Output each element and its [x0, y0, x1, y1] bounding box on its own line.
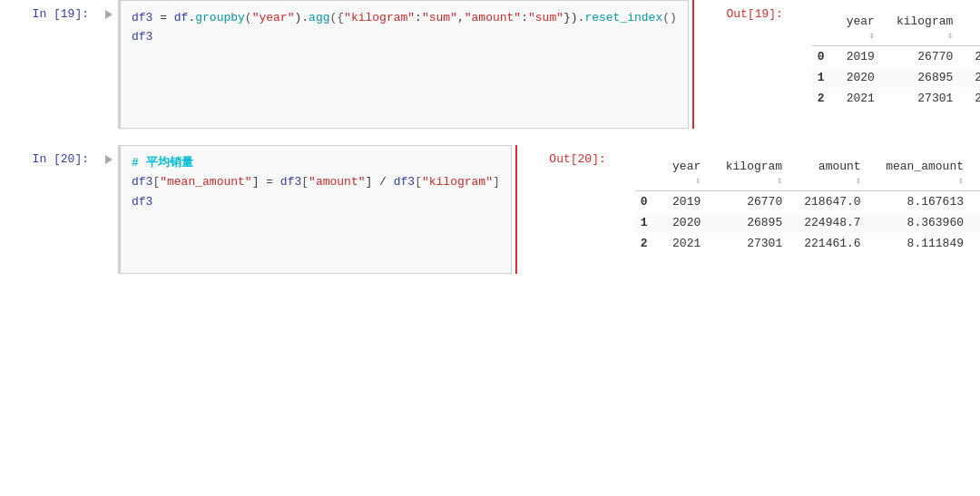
cell-cell19: In [19]:df3 = df.groupby("year").agg({"k… [0, 0, 980, 129]
code-token: , [457, 11, 465, 24]
table-cell: 8.167613 [877, 191, 980, 213]
input-label-cell20: In [20]: [0, 145, 100, 274]
code-token: df [174, 11, 189, 24]
code-token: ({ [329, 11, 344, 24]
sort-icon[interactable]: ⇕ [947, 31, 953, 41]
table-row: 2202127301221461.68.111849 [635, 233, 980, 254]
code-token: df3 [132, 11, 152, 24]
output-label-cell20: Out[20]: [517, 145, 617, 173]
table-cell: 26895 [891, 67, 969, 88]
code-token: "sum" [422, 11, 457, 24]
table-row: 1202026895224948.7 [812, 67, 980, 88]
table-header[interactable]: amount ⇕ [799, 156, 877, 191]
table-cell: 221461.6 [969, 88, 980, 109]
code-token: groupby [195, 11, 245, 24]
table-cell: 2021 [841, 88, 891, 109]
table-cell: 224948.7 [799, 212, 877, 233]
table-cell: 224948.7 [969, 67, 980, 88]
table-row: 2202127301221461.6 [812, 88, 980, 109]
code-token: "kilogram" [422, 175, 493, 189]
table-cell: 2020 [841, 67, 891, 88]
code-token: "year" [252, 11, 295, 24]
cell-divider [0, 129, 980, 145]
table-cell: 0 [812, 46, 841, 68]
cell-cell20: In [20]:# 平均销量df3["mean_amount"] = df3["… [0, 145, 980, 274]
input-label-cell19: In [19]: [0, 0, 100, 129]
table-cell: 2 [635, 233, 664, 254]
code-token: = [152, 11, 173, 24]
code-token: reset_index [584, 11, 662, 24]
output-content: year ⇕kilogram ⇕amount ⇕mean_amount ⇕020… [617, 145, 980, 274]
code-token: : [521, 11, 528, 24]
code-token: df3 [280, 175, 301, 189]
code-token: "amount" [465, 11, 521, 24]
output-content: year ⇕kilogram ⇕amount ⇕0201926770218647… [794, 0, 980, 129]
table-header[interactable] [812, 11, 841, 46]
code-input-area[interactable]: # 平均销量df3["mean_amount"] = df3["amount"]… [118, 145, 512, 274]
table-header[interactable]: year ⇕ [664, 156, 718, 191]
code-input-area[interactable]: df3 = df.groupby("year").agg({"kilogram"… [118, 0, 689, 129]
table-header[interactable]: mean_amount ⇕ [877, 156, 980, 191]
sort-icon[interactable]: ⇕ [777, 176, 782, 186]
code-token: "kilogram" [344, 11, 415, 24]
table-cell: 2021 [664, 233, 718, 254]
dataframe-table: year ⇕kilogram ⇕amount ⇕0201926770218647… [812, 11, 980, 109]
table-cell: 26895 [717, 212, 799, 233]
table-cell: 2019 [841, 46, 891, 68]
table-header[interactable] [635, 156, 664, 191]
code-token: df3 [132, 30, 152, 44]
code-token: () [662, 11, 677, 24]
table-cell: 2020 [664, 212, 718, 233]
table-cell: 2019 [664, 191, 718, 213]
sort-icon[interactable]: ⇕ [856, 176, 861, 186]
table-row: 0201926770218647.0 [812, 46, 980, 68]
code-token: # 平均销量 [132, 156, 193, 170]
code-token: df3 [132, 195, 152, 209]
table-cell: 221461.6 [799, 233, 877, 254]
code-token: ( [245, 11, 252, 24]
sort-icon[interactable]: ⇕ [869, 31, 875, 41]
table-cell: 27301 [717, 233, 799, 254]
sort-icon[interactable]: ⇕ [958, 176, 964, 186]
code-token: agg [309, 11, 329, 24]
table-header[interactable]: kilogram ⇕ [891, 11, 969, 46]
code-token: "mean_amount" [160, 175, 251, 189]
table-row: 1202026895224948.78.363960 [635, 212, 980, 233]
table-cell: 2 [812, 88, 841, 109]
dataframe-table: year ⇕kilogram ⇕amount ⇕mean_amount ⇕020… [635, 156, 980, 254]
table-cell: 218647.0 [969, 46, 980, 68]
code-token: ). [294, 11, 309, 24]
output-label-cell19: Out[19]: [694, 0, 794, 28]
table-cell: 26770 [891, 46, 969, 68]
code-token: "amount" [309, 175, 365, 189]
code-token: df3 [132, 175, 152, 189]
code-token: [ [415, 175, 422, 189]
toggle-button[interactable] [105, 10, 113, 19]
table-cell: 26770 [717, 191, 799, 213]
table-cell: 27301 [891, 88, 969, 109]
table-cell: 8.363960 [877, 212, 980, 233]
table-cell: 8.111849 [877, 233, 980, 254]
table-cell: 0 [635, 191, 664, 213]
table-cell: 1 [635, 212, 664, 233]
code-token: [ [301, 175, 309, 189]
code-token: ] [493, 175, 500, 189]
sort-icon[interactable]: ⇕ [695, 176, 701, 186]
code-token: : [415, 11, 422, 24]
table-row: 0201926770218647.08.167613 [635, 191, 980, 213]
code-token: ] = [252, 175, 280, 189]
code-token: }). [564, 11, 584, 24]
table-header[interactable]: amount ⇕ [969, 11, 980, 46]
table-header[interactable]: kilogram ⇕ [717, 156, 799, 191]
toggle-button[interactable] [105, 155, 113, 164]
jupyter-notebook: In [19]:df3 = df.groupby("year").agg({"k… [0, 0, 980, 496]
table-cell: 218647.0 [799, 191, 877, 213]
table-cell: 1 [812, 67, 841, 88]
code-token: df3 [394, 175, 415, 189]
table-header[interactable]: year ⇕ [841, 11, 891, 46]
code-token: ] / [366, 175, 394, 189]
code-token: "sum" [528, 11, 564, 24]
